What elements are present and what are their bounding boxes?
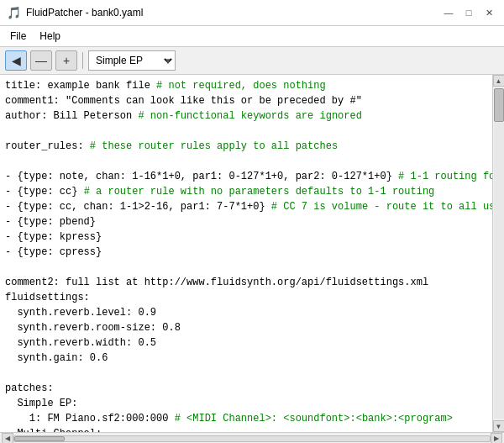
- scroll-down-arrow[interactable]: ▼: [493, 420, 505, 432]
- vertical-scrollbar[interactable]: ▲ ▼: [492, 75, 504, 432]
- title-bar: 🎵 FluidPatcher - bank0.yaml — □ ✕: [0, 0, 504, 26]
- maximize-button[interactable]: □: [460, 5, 477, 20]
- plus-icon: +: [63, 54, 70, 67]
- title-bar-controls: — □ ✕: [440, 5, 497, 20]
- toolbar: ◀ — + Simple EP Multi Channel Split Keys…: [0, 47, 504, 75]
- minimize-button[interactable]: —: [440, 5, 457, 20]
- scroll-h-thumb[interactable]: [14, 436, 65, 441]
- scroll-right-arrow[interactable]: ▶: [491, 433, 502, 444]
- editor-content: title: example bank file # not required,…: [0, 75, 504, 432]
- add-button[interactable]: +: [55, 50, 77, 71]
- menu-help[interactable]: Help: [33, 28, 67, 45]
- scroll-h-track[interactable]: [13, 435, 491, 442]
- editor-scroll[interactable]: title: example bank file # not required,…: [0, 75, 504, 432]
- back-icon: ◀: [12, 54, 21, 67]
- back-button[interactable]: ◀: [5, 50, 27, 71]
- window-title: FluidPatcher - bank0.yaml: [26, 7, 143, 18]
- title-bar-left: 🎵 FluidPatcher - bank0.yaml: [7, 6, 143, 19]
- scroll-up-arrow[interactable]: ▲: [493, 75, 505, 87]
- patch-select[interactable]: Simple EP Multi Channel Split Keys: [88, 50, 176, 71]
- horizontal-scrollbar[interactable]: ◀ ▶: [0, 432, 504, 443]
- scroll-left-arrow[interactable]: ◀: [2, 433, 13, 444]
- scroll-v-track[interactable]: [494, 88, 504, 419]
- menu-file[interactable]: File: [3, 28, 33, 45]
- menu-bar: File Help: [0, 26, 504, 47]
- scroll-v-thumb[interactable]: [494, 88, 504, 122]
- app-icon: 🎵: [7, 6, 21, 19]
- toolbar-separator: [82, 52, 83, 69]
- editor-container: title: example bank file # not required,…: [0, 75, 504, 443]
- minus-icon: —: [35, 54, 47, 67]
- close-button[interactable]: ✕: [480, 5, 497, 20]
- minus-button[interactable]: —: [30, 50, 52, 71]
